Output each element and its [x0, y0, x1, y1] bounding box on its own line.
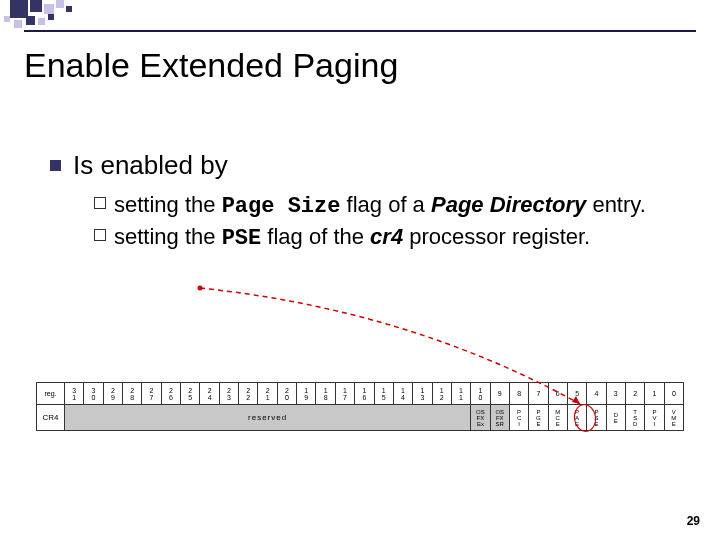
slide-title: Enable Extended Paging	[24, 46, 398, 85]
bit-index-row: reg. 31 30 29 28 27 26 25 24 23 22 21 20…	[37, 383, 684, 405]
bullet-text: Is enabled by	[73, 150, 228, 181]
page-number: 29	[687, 514, 700, 528]
subitem-1: setting the Page Size flag of a Page Dir…	[94, 190, 654, 222]
bullet-icon	[50, 160, 61, 171]
cr4-table: reg. 31 30 29 28 27 26 25 24 23 22 21 20…	[36, 382, 684, 431]
bullet-row: Is enabled by	[50, 150, 228, 181]
pse-cell: PSE	[587, 405, 606, 431]
subitem-2: setting the PSE flag of the cr4 processo…	[94, 222, 654, 254]
rowlabel-hdr: reg.	[37, 383, 65, 405]
svg-point-0	[198, 286, 203, 291]
rowlabel-cr4: CR4	[37, 405, 65, 431]
title-rule	[24, 30, 696, 32]
reserved-cell: reserved	[65, 405, 471, 431]
cr4-row: CR4 reserved OSFXEx OSFXSR PCI PGE MCE P…	[37, 405, 684, 431]
deco-squares	[0, 0, 720, 30]
sublist: setting the Page Size flag of a Page Dir…	[94, 190, 654, 253]
